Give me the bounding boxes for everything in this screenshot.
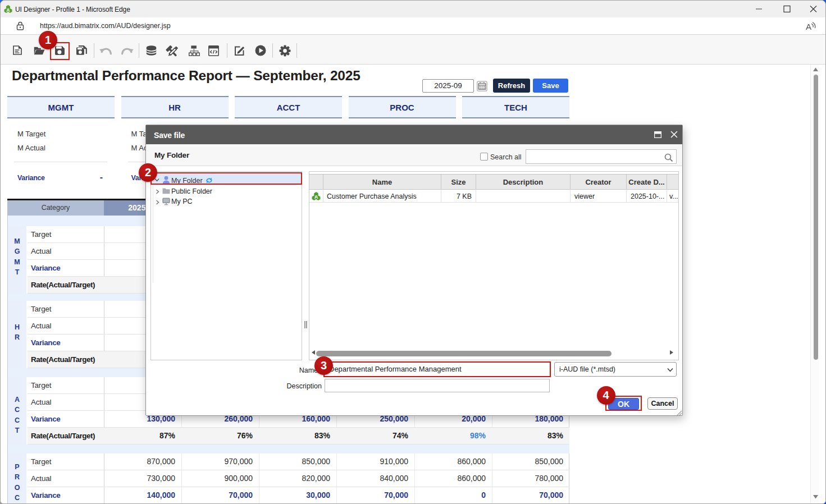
svg-text:A: A <box>314 194 318 200</box>
